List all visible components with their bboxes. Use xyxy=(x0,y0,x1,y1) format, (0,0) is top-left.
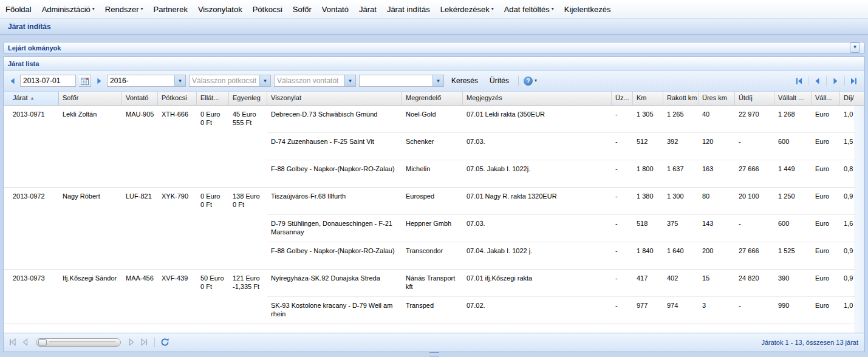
column-header-utdij[interactable]: Útdíj xyxy=(735,92,774,105)
leg-row[interactable]: D-79 Stühlingen, Donaueschingen - F-21 M… xyxy=(267,214,855,242)
horizontal-scrollbar[interactable] xyxy=(36,338,121,347)
tractor-cell: LUF-821 xyxy=(122,188,158,269)
previous-day-button[interactable] xyxy=(7,76,17,86)
column-header-vontato[interactable]: Vontató xyxy=(122,92,158,105)
column-header-vallalt[interactable]: Vállalt ... xyxy=(774,92,812,105)
column-header-ures-km[interactable]: Üres km xyxy=(699,92,735,105)
committed-cell: 600 xyxy=(774,215,812,242)
column-header-megjegyzes[interactable]: Megjegyzés xyxy=(463,92,612,105)
menu-item-potkocsi[interactable]: Pótkocsi xyxy=(253,5,282,14)
vertical-scrollbar[interactable] xyxy=(855,106,864,333)
column-header-rakott-km[interactable]: Rakott km xyxy=(663,92,699,105)
menu-item-adminisztacio[interactable]: Adminisztáció▾ xyxy=(42,5,95,14)
grid-header: Járat▲ Sofőr Vontató Pótkocsi Ellát... E… xyxy=(4,92,864,106)
last-page-button[interactable] xyxy=(849,76,858,86)
menu-item-rendszer[interactable]: Rendszer▾ xyxy=(105,5,143,14)
prev-page-icon xyxy=(813,76,822,86)
scrollbar-thumb[interactable] xyxy=(38,339,47,345)
search-button[interactable]: Keresés xyxy=(447,75,482,87)
column-header-ellatmany[interactable]: Ellát... xyxy=(197,92,229,105)
help-menu-button[interactable]: ? ▾ xyxy=(524,76,537,86)
tractor-combo-trigger[interactable]: ▾ xyxy=(344,75,355,86)
allowance-cell: 50 Euro 0 Ft xyxy=(197,270,229,324)
trailer-combo-input[interactable] xyxy=(190,75,259,86)
trip-id-cell: 2013-0973 xyxy=(4,270,59,324)
trip-row-2013-0971[interactable]: 2013-0971 Lekli Zoltán MAU-905 XTH-666 0… xyxy=(4,106,855,188)
next-page-button-disabled[interactable] xyxy=(127,338,136,347)
rate-cell: 1,0 xyxy=(840,297,855,324)
toll-cell: 27 666 xyxy=(735,242,774,269)
column-header-km[interactable]: Km xyxy=(633,92,663,105)
km-cell: 417 xyxy=(633,270,663,296)
menu-item-kijelentkezes[interactable]: Kijelentkezés xyxy=(564,5,611,14)
column-header-jarat[interactable]: Járat▲ xyxy=(4,92,59,105)
rate-cell: 0,9 xyxy=(840,242,855,269)
next-page-button[interactable] xyxy=(831,76,840,86)
year-combo-trigger[interactable]: ▾ xyxy=(174,75,185,86)
column-header-viszonylat[interactable]: Viszonylat xyxy=(267,92,402,105)
tractor-combo-input[interactable] xyxy=(275,75,344,86)
grid-rows: 2013-0971 Lekli Zoltán MAU-905 XTH-666 0… xyxy=(4,106,855,333)
trip-row-2013-0972[interactable]: 2013-0972 Nagy Róbert LUF-821 XYK-790 0 … xyxy=(4,188,855,270)
trailer-combo-trigger[interactable]: ▾ xyxy=(259,75,270,86)
menu-item-vontato[interactable]: Vontató xyxy=(322,5,349,14)
expand-panel-button[interactable]: ▼ xyxy=(850,42,860,53)
filter-combo-input[interactable] xyxy=(360,75,432,86)
next-day-button[interactable] xyxy=(94,76,104,86)
empty-km-cell: 163 xyxy=(699,160,735,187)
menu-item-partnerek[interactable]: Partnerek xyxy=(154,5,188,14)
record-count-status: Járatok 1 - 13, összesen 13 járat xyxy=(761,339,860,346)
leg-row[interactable]: Tiszaújváros-Fr.68 Illfurth Eurosped 07.… xyxy=(267,188,855,214)
column-header-megrendelo[interactable]: Megrendelő xyxy=(402,92,463,105)
leg-row[interactable]: F-88 Golbey - Napkor-(Napkor-RO-Zalau) M… xyxy=(267,160,855,187)
column-header-egyenleg[interactable]: Egyenleg xyxy=(229,92,267,105)
column-header-sofor[interactable]: Sofőr xyxy=(59,92,122,105)
leg-row[interactable]: Nyíregyháza-SK.92 Dunajska Streda Nánás … xyxy=(267,270,855,296)
menu-item-fooldal[interactable]: Főoldal xyxy=(5,5,32,14)
filter-combo-trigger[interactable]: ▾ xyxy=(432,75,443,86)
prev-page-button[interactable] xyxy=(813,76,822,86)
loaded-km-cell: 392 xyxy=(663,133,699,160)
last-page-button-disabled[interactable] xyxy=(140,338,149,347)
trip-row-2013-0973[interactable]: 2013-0973 Ifj.Kőszegi Sándor MAA-456 XVF… xyxy=(4,270,855,324)
toolbar-separator xyxy=(518,76,519,86)
rate-cell: 1,0 xyxy=(840,106,855,132)
note-cell: 07.04. Jakab I. 1022 j. xyxy=(463,242,612,269)
splitter-handle[interactable] xyxy=(429,352,439,356)
expired-documents-panel-header[interactable]: Lejárt okmányok ▼ xyxy=(3,42,865,54)
fuel-cell: - xyxy=(612,188,633,214)
leg-row[interactable]: D-74 Zuzenhausen - F-25 Saint Vit Schenk… xyxy=(267,132,855,160)
prev-page-icon xyxy=(21,338,30,347)
currency-cell: Euro xyxy=(812,242,840,269)
year-combo-input[interactable] xyxy=(108,75,174,86)
leg-row[interactable]: F-88 Golbey - Napkor-(Napkor-RO-Zalau) T… xyxy=(267,242,855,269)
customer-cell: Michelin xyxy=(402,160,463,187)
leg-row[interactable]: SK-93 Kostolone kracany - D-79 Weil am r… xyxy=(267,296,855,324)
fuel-cell: - xyxy=(612,106,633,132)
leg-row[interactable]: Debrecen-D.73 Schwäbisch Gmünd Noel-Gold… xyxy=(267,106,855,132)
committed-cell: 1 525 xyxy=(774,242,812,269)
date-input[interactable] xyxy=(20,75,76,87)
menu-item-jarat[interactable]: Járat xyxy=(359,5,377,14)
clear-button[interactable]: Ürítés xyxy=(485,75,513,87)
menu-item-sofor[interactable]: Sofőr xyxy=(293,5,312,14)
prev-page-button-disabled[interactable] xyxy=(21,338,30,347)
caret-down-icon: ▾ xyxy=(552,7,554,12)
fuel-cell: - xyxy=(612,242,633,269)
column-header-potkocsi[interactable]: Pótkocsi xyxy=(158,92,197,105)
first-page-button-disabled[interactable] xyxy=(8,338,17,347)
column-header-dij[interactable]: Díj/ xyxy=(840,92,864,105)
first-page-button[interactable] xyxy=(795,76,804,86)
caret-down-icon: ▾ xyxy=(535,78,537,83)
column-header-uzemanyag[interactable]: Üz... xyxy=(612,92,633,105)
menu-item-adat-feltoltes[interactable]: Adat feltöltés▾ xyxy=(504,5,554,14)
customer-cell: Nánás Transport kft xyxy=(402,270,463,296)
menu-item-lekerdezesek[interactable]: Lekérdezések▾ xyxy=(440,5,494,14)
refresh-button[interactable] xyxy=(160,338,169,347)
menu-item-viszonylatok[interactable]: Viszonylatok xyxy=(198,5,242,14)
calendar-button[interactable] xyxy=(79,75,91,87)
paging-separator xyxy=(808,76,808,86)
column-header-vall[interactable]: Váll... xyxy=(812,92,840,105)
menu-item-jarat-inditas[interactable]: Járat indítás xyxy=(387,5,430,14)
empty-km-cell: 80 xyxy=(699,188,735,214)
